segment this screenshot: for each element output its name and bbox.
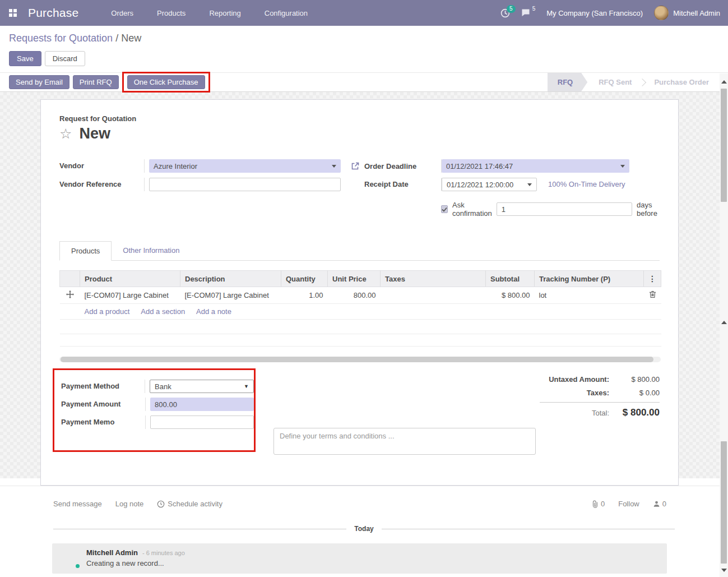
receipt-date-label: Receipt Date: [351, 178, 441, 188]
delete-row-button[interactable]: [644, 287, 661, 304]
payment-method-select[interactable]: Bank ▼: [150, 380, 254, 393]
main-menu: Orders Products Reporting Configuration: [111, 9, 308, 17]
apps-menu-icon[interactable]: [9, 9, 17, 17]
attachments-button[interactable]: 0: [591, 500, 605, 508]
col-product[interactable]: Product: [80, 271, 180, 287]
cell-product[interactable]: [E-COM07] Large Cabinet: [80, 287, 180, 304]
col-taxes[interactable]: Taxes: [381, 271, 486, 287]
online-status-dot: [75, 563, 81, 569]
top-navbar: Purchase Orders Products Reporting Confi…: [0, 0, 728, 26]
statusbar: Send by Email Print RFQ One Click Purcha…: [0, 72, 728, 92]
app-title[interactable]: Purchase: [28, 6, 78, 20]
select-arrow-icon: ▼: [244, 384, 249, 389]
total-label: Total:: [540, 409, 609, 417]
followers-button[interactable]: 0: [653, 500, 666, 508]
col-tracking-number[interactable]: Tracking Number (P): [535, 271, 644, 287]
attachment-count: 0: [601, 500, 605, 508]
message-body: Creating a new record...: [86, 559, 185, 567]
receipt-date-field[interactable]: 01/12/2021 12:00:00: [442, 178, 537, 191]
highlight-box-one-click-purchase: One Click Purchase: [122, 72, 210, 93]
col-unit-price[interactable]: Unit Price: [328, 271, 381, 287]
payment-memo-input[interactable]: [150, 416, 254, 429]
company-switcher[interactable]: My Company (San Francisco): [546, 9, 643, 17]
state-rfq[interactable]: RFQ: [548, 73, 587, 91]
list-horizontal-scrollbar[interactable]: [59, 357, 661, 362]
check-icon: [442, 207, 447, 212]
taxes-value: $ 0.00: [609, 389, 660, 397]
terms-and-conditions-textarea[interactable]: [273, 428, 536, 455]
days-before-input[interactable]: [497, 202, 632, 216]
schedule-activity-button[interactable]: Schedule activity: [157, 500, 222, 508]
scroll-up-arrow-icon[interactable]: [721, 321, 727, 324]
log-note-button[interactable]: Log note: [115, 500, 144, 508]
scroll-down-arrow-icon[interactable]: [721, 569, 727, 572]
breadcrumb-separator: /: [115, 33, 118, 44]
follow-button[interactable]: Follow: [618, 500, 639, 508]
cell-unit-price[interactable]: 800.00: [328, 287, 381, 304]
tab-other-information[interactable]: Other Information: [112, 241, 191, 260]
user-avatar: [654, 6, 669, 20]
ask-confirmation-label: Ask confirmation: [452, 201, 492, 218]
optional-columns-icon[interactable]: ⋮: [644, 271, 661, 287]
ask-confirmation-checkbox[interactable]: [441, 205, 448, 213]
drag-handle-icon[interactable]: [60, 287, 80, 304]
message-author[interactable]: Mitchell Admin: [86, 548, 138, 557]
scroll-up-arrow-icon[interactable]: [721, 80, 727, 84]
table-row[interactable]: [E-COM07] Large Cabinet [E-COM07] Large …: [60, 287, 661, 304]
total-value: $ 800.00: [609, 407, 660, 418]
menu-configuration[interactable]: Configuration: [265, 9, 308, 17]
tab-products[interactable]: Products: [59, 241, 112, 261]
vendor-reference-input[interactable]: [149, 178, 341, 191]
favorite-star-icon[interactable]: ☆: [59, 127, 72, 141]
col-subtotal[interactable]: Subtotal: [486, 271, 535, 287]
col-description[interactable]: Description: [180, 271, 281, 287]
save-button[interactable]: Save: [9, 51, 41, 66]
state-purchase-order[interactable]: Purchase Order: [643, 73, 720, 91]
send-by-email-button[interactable]: Send by Email: [9, 75, 69, 89]
totals-divider: [540, 402, 660, 403]
add-a-product-link[interactable]: Add a product: [85, 307, 130, 316]
scrollbar-thumb[interactable]: [721, 89, 727, 202]
menu-reporting[interactable]: Reporting: [209, 9, 240, 17]
cell-tracking-number[interactable]: lot: [535, 287, 644, 304]
chat-bubble-icon: [521, 8, 531, 17]
chatter-message: Mitchell Admin - 6 minutes ago Creating …: [52, 543, 667, 574]
payment-method-value: Bank: [155, 382, 171, 391]
cell-quantity[interactable]: 1.00: [281, 287, 328, 304]
payment-amount-input[interactable]: [150, 398, 254, 411]
activities-button[interactable]: 5: [500, 8, 510, 18]
vertical-scrollbar[interactable]: [720, 73, 728, 577]
payment-memo-label: Payment Memo: [61, 416, 145, 426]
discard-button[interactable]: Discard: [45, 51, 85, 66]
order-deadline-field[interactable]: 01/12/2021 17:46:47: [442, 159, 629, 173]
one-click-purchase-button[interactable]: One Click Purchase: [127, 75, 205, 89]
print-rfq-button[interactable]: Print RFQ: [73, 75, 119, 89]
menu-products[interactable]: Products: [157, 9, 186, 17]
col-quantity[interactable]: Quantity: [281, 271, 328, 287]
menu-orders[interactable]: Orders: [111, 9, 133, 17]
state-rfq-sent[interactable]: RFQ Sent: [587, 73, 643, 91]
messages-button[interactable]: 5: [521, 8, 536, 17]
user-menu[interactable]: Mitchell Admin: [654, 6, 720, 20]
vendor-select[interactable]: Azure Interior: [149, 159, 341, 173]
on-time-delivery-link[interactable]: 100% On-Time Delivery: [548, 178, 625, 188]
chevron-down-icon: [527, 183, 532, 186]
taxes-label: Taxes:: [540, 389, 609, 397]
empty-list-row: [60, 320, 661, 334]
highlight-box-payment: Payment Method Bank ▼ Payment Amount: [53, 368, 256, 452]
order-deadline-value: 01/12/2021 17:46:47: [446, 162, 513, 170]
order-deadline-label: Order Deadline: [364, 162, 416, 170]
breadcrumb-current: New: [121, 33, 141, 44]
add-a-note-link[interactable]: Add a note: [196, 307, 231, 316]
send-message-button[interactable]: Send message: [53, 500, 102, 508]
form-view-background: Request for Quotation ☆ New Vendor Azure…: [0, 92, 728, 478]
breadcrumb-parent-link[interactable]: Requests for Quotation: [9, 33, 113, 44]
message-timestamp: - 6 minutes ago: [142, 550, 185, 556]
cell-taxes[interactable]: [381, 287, 486, 304]
cell-description[interactable]: [E-COM07] Large Cabinet: [180, 287, 281, 304]
scrollbar-thumb[interactable]: [721, 441, 727, 564]
external-link-icon[interactable]: [351, 161, 360, 170]
scrollbar-thumb[interactable]: [61, 357, 653, 362]
add-a-section-link[interactable]: Add a section: [141, 307, 185, 316]
breadcrumb: Requests for Quotation / New: [9, 33, 719, 44]
